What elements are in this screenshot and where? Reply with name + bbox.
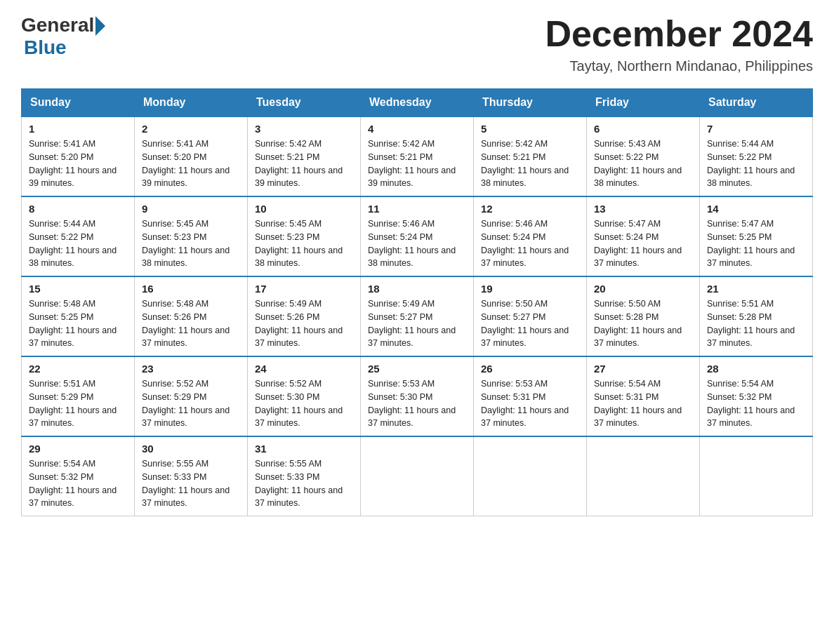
day-info: Sunrise: 5:50 AM Sunset: 5:28 PM Dayligh… (594, 297, 692, 350)
day-info: Sunrise: 5:48 AM Sunset: 5:26 PM Dayligh… (142, 297, 240, 350)
calendar-cell (700, 436, 813, 516)
week-row-2: 8 Sunrise: 5:44 AM Sunset: 5:22 PM Dayli… (22, 196, 813, 276)
logo-blue-text: Blue (24, 36, 67, 59)
day-number: 13 (594, 203, 692, 215)
calendar-cell: 11 Sunrise: 5:46 AM Sunset: 5:24 PM Dayl… (361, 196, 474, 276)
day-info: Sunrise: 5:44 AM Sunset: 5:22 PM Dayligh… (29, 217, 127, 270)
day-number: 28 (707, 363, 805, 375)
day-number: 26 (481, 363, 579, 375)
day-info: Sunrise: 5:54 AM Sunset: 5:32 PM Dayligh… (29, 457, 127, 510)
calendar-cell: 27 Sunrise: 5:54 AM Sunset: 5:31 PM Dayl… (587, 356, 700, 436)
day-info: Sunrise: 5:41 AM Sunset: 5:20 PM Dayligh… (29, 137, 127, 190)
calendar-cell: 19 Sunrise: 5:50 AM Sunset: 5:27 PM Dayl… (474, 276, 587, 356)
day-info: Sunrise: 5:46 AM Sunset: 5:24 PM Dayligh… (481, 217, 579, 270)
calendar-cell: 4 Sunrise: 5:42 AM Sunset: 5:21 PM Dayli… (361, 116, 474, 196)
weekday-header-tuesday: Tuesday (248, 89, 361, 117)
calendar-cell: 8 Sunrise: 5:44 AM Sunset: 5:22 PM Dayli… (22, 196, 135, 276)
month-title: December 2024 (545, 14, 813, 54)
day-info: Sunrise: 5:42 AM Sunset: 5:21 PM Dayligh… (481, 137, 579, 190)
day-info: Sunrise: 5:53 AM Sunset: 5:30 PM Dayligh… (368, 377, 466, 430)
day-info: Sunrise: 5:49 AM Sunset: 5:26 PM Dayligh… (255, 297, 353, 350)
day-number: 20 (594, 283, 692, 295)
calendar-cell: 25 Sunrise: 5:53 AM Sunset: 5:30 PM Dayl… (361, 356, 474, 436)
day-number: 30 (142, 443, 240, 455)
calendar-table: SundayMondayTuesdayWednesdayThursdayFrid… (21, 88, 813, 516)
day-info: Sunrise: 5:46 AM Sunset: 5:24 PM Dayligh… (368, 217, 466, 270)
day-number: 1 (29, 123, 127, 135)
calendar-cell: 24 Sunrise: 5:52 AM Sunset: 5:30 PM Dayl… (248, 356, 361, 436)
day-number: 9 (142, 203, 240, 215)
day-number: 21 (707, 283, 805, 295)
logo: General Blue (21, 14, 105, 59)
calendar-cell: 13 Sunrise: 5:47 AM Sunset: 5:24 PM Dayl… (587, 196, 700, 276)
day-info: Sunrise: 5:54 AM Sunset: 5:31 PM Dayligh… (594, 377, 692, 430)
day-number: 18 (368, 283, 466, 295)
day-number: 5 (481, 123, 579, 135)
day-info: Sunrise: 5:45 AM Sunset: 5:23 PM Dayligh… (255, 217, 353, 270)
day-number: 15 (29, 283, 127, 295)
calendar-cell: 28 Sunrise: 5:54 AM Sunset: 5:32 PM Dayl… (700, 356, 813, 436)
day-info: Sunrise: 5:50 AM Sunset: 5:27 PM Dayligh… (481, 297, 579, 350)
calendar-cell: 2 Sunrise: 5:41 AM Sunset: 5:20 PM Dayli… (135, 116, 248, 196)
calendar-cell: 6 Sunrise: 5:43 AM Sunset: 5:22 PM Dayli… (587, 116, 700, 196)
day-number: 11 (368, 203, 466, 215)
day-info: Sunrise: 5:52 AM Sunset: 5:30 PM Dayligh… (255, 377, 353, 430)
weekday-header-saturday: Saturday (700, 89, 813, 117)
day-info: Sunrise: 5:47 AM Sunset: 5:25 PM Dayligh… (707, 217, 805, 270)
calendar-cell: 26 Sunrise: 5:53 AM Sunset: 5:31 PM Dayl… (474, 356, 587, 436)
calendar-cell: 15 Sunrise: 5:48 AM Sunset: 5:25 PM Dayl… (22, 276, 135, 356)
page-header: General Blue December 2024 Taytay, North… (21, 14, 813, 74)
calendar-cell (587, 436, 700, 516)
week-row-5: 29 Sunrise: 5:54 AM Sunset: 5:32 PM Dayl… (22, 436, 813, 516)
day-number: 16 (142, 283, 240, 295)
calendar-cell: 30 Sunrise: 5:55 AM Sunset: 5:33 PM Dayl… (135, 436, 248, 516)
day-number: 25 (368, 363, 466, 375)
day-number: 22 (29, 363, 127, 375)
calendar-cell (361, 436, 474, 516)
calendar-cell: 12 Sunrise: 5:46 AM Sunset: 5:24 PM Dayl… (474, 196, 587, 276)
day-info: Sunrise: 5:42 AM Sunset: 5:21 PM Dayligh… (368, 137, 466, 190)
calendar-cell: 16 Sunrise: 5:48 AM Sunset: 5:26 PM Dayl… (135, 276, 248, 356)
day-info: Sunrise: 5:51 AM Sunset: 5:29 PM Dayligh… (29, 377, 127, 430)
calendar-cell: 31 Sunrise: 5:55 AM Sunset: 5:33 PM Dayl… (248, 436, 361, 516)
day-number: 6 (594, 123, 692, 135)
day-info: Sunrise: 5:51 AM Sunset: 5:28 PM Dayligh… (707, 297, 805, 350)
day-number: 8 (29, 203, 127, 215)
day-number: 12 (481, 203, 579, 215)
day-info: Sunrise: 5:43 AM Sunset: 5:22 PM Dayligh… (594, 137, 692, 190)
day-info: Sunrise: 5:55 AM Sunset: 5:33 PM Dayligh… (255, 457, 353, 510)
calendar-cell: 22 Sunrise: 5:51 AM Sunset: 5:29 PM Dayl… (22, 356, 135, 436)
logo-general-text: General (21, 14, 94, 36)
logo-arrow-icon (95, 16, 105, 36)
weekday-header-row: SundayMondayTuesdayWednesdayThursdayFrid… (22, 89, 813, 117)
day-info: Sunrise: 5:44 AM Sunset: 5:22 PM Dayligh… (707, 137, 805, 190)
day-number: 4 (368, 123, 466, 135)
day-info: Sunrise: 5:47 AM Sunset: 5:24 PM Dayligh… (594, 217, 692, 270)
day-number: 29 (29, 443, 127, 455)
calendar-cell: 10 Sunrise: 5:45 AM Sunset: 5:23 PM Dayl… (248, 196, 361, 276)
day-info: Sunrise: 5:49 AM Sunset: 5:27 PM Dayligh… (368, 297, 466, 350)
calendar-cell: 1 Sunrise: 5:41 AM Sunset: 5:20 PM Dayli… (22, 116, 135, 196)
weekday-header-sunday: Sunday (22, 89, 135, 117)
day-number: 31 (255, 443, 353, 455)
weekday-header-monday: Monday (135, 89, 248, 117)
day-number: 24 (255, 363, 353, 375)
day-info: Sunrise: 5:55 AM Sunset: 5:33 PM Dayligh… (142, 457, 240, 510)
calendar-cell: 7 Sunrise: 5:44 AM Sunset: 5:22 PM Dayli… (700, 116, 813, 196)
day-info: Sunrise: 5:54 AM Sunset: 5:32 PM Dayligh… (707, 377, 805, 430)
location-subtitle: Taytay, Northern Mindanao, Philippines (545, 58, 813, 74)
weekday-header-friday: Friday (587, 89, 700, 117)
day-info: Sunrise: 5:52 AM Sunset: 5:29 PM Dayligh… (142, 377, 240, 430)
day-info: Sunrise: 5:48 AM Sunset: 5:25 PM Dayligh… (29, 297, 127, 350)
weekday-header-thursday: Thursday (474, 89, 587, 117)
week-row-3: 15 Sunrise: 5:48 AM Sunset: 5:25 PM Dayl… (22, 276, 813, 356)
day-number: 17 (255, 283, 353, 295)
day-number: 27 (594, 363, 692, 375)
day-number: 2 (142, 123, 240, 135)
calendar-cell: 29 Sunrise: 5:54 AM Sunset: 5:32 PM Dayl… (22, 436, 135, 516)
day-number: 10 (255, 203, 353, 215)
day-number: 19 (481, 283, 579, 295)
day-info: Sunrise: 5:45 AM Sunset: 5:23 PM Dayligh… (142, 217, 240, 270)
calendar-cell: 3 Sunrise: 5:42 AM Sunset: 5:21 PM Dayli… (248, 116, 361, 196)
calendar-cell: 20 Sunrise: 5:50 AM Sunset: 5:28 PM Dayl… (587, 276, 700, 356)
